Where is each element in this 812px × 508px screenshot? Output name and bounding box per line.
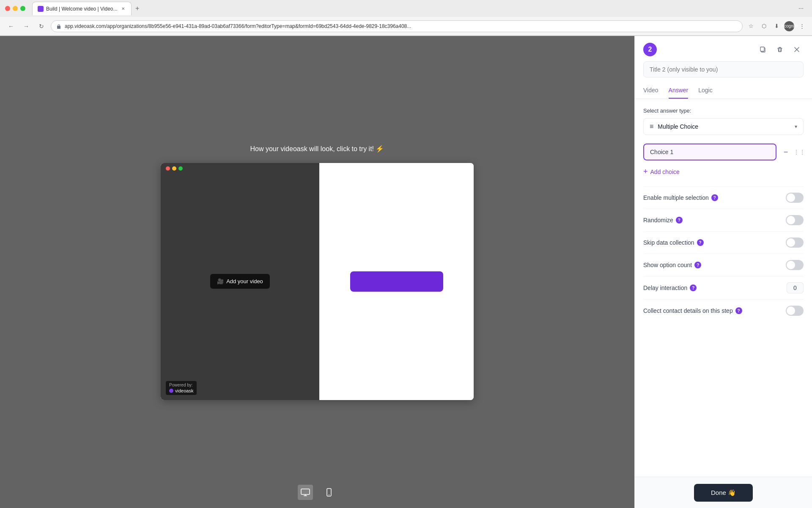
nav-right-buttons: ☆ ⬡ ⬇ Incognito ⋮ bbox=[746, 21, 807, 31]
add-choice-button[interactable]: + Add choice bbox=[643, 166, 680, 178]
toggle-collect-contact: Collect contact details on this step ? bbox=[643, 299, 804, 322]
forward-button[interactable]: → bbox=[20, 20, 32, 32]
mac-dot-green bbox=[178, 166, 183, 171]
multiple-choice-icon: ≡ bbox=[650, 123, 653, 130]
video-left-panel: 🎥 Add your video Powered by: videoask bbox=[161, 163, 319, 400]
add-video-button[interactable]: 🎥 Add your video bbox=[210, 274, 270, 289]
choice-preview-button[interactable] bbox=[350, 271, 443, 292]
panel-tabs: Video Answer Logic bbox=[635, 83, 812, 99]
toggle-randomize: Randomize ? bbox=[643, 209, 804, 231]
device-bar bbox=[298, 485, 337, 500]
randomize-toggle[interactable] bbox=[786, 215, 804, 225]
delay-interaction-help-icon[interactable]: ? bbox=[690, 284, 697, 291]
window-controls: ⋯ bbox=[798, 6, 804, 11]
powered-by-label: Powered by: bbox=[169, 383, 193, 387]
remove-choice-button[interactable]: − bbox=[780, 146, 792, 158]
delete-button[interactable] bbox=[773, 43, 787, 56]
tab-answer[interactable]: Answer bbox=[669, 83, 689, 99]
video-right-panel bbox=[319, 163, 474, 400]
titlebar: Build | Welcome video | Video... ✕ + ⋯ bbox=[0, 0, 812, 17]
mac-dot-yellow bbox=[172, 166, 176, 171]
svg-rect-0 bbox=[57, 26, 60, 29]
skip-data-help-icon[interactable]: ? bbox=[697, 239, 704, 246]
tab-favicon bbox=[38, 6, 44, 12]
settings-panel: 2 Video Answer Logic Select answer type: bbox=[634, 36, 812, 508]
toggle-multiple-selection: Enable multiple selection ? bbox=[643, 186, 804, 209]
active-tab[interactable]: Build | Welcome video | Video... ✕ bbox=[32, 2, 132, 15]
url-text: app.videoask.com/app/organizations/8b955… bbox=[65, 23, 737, 29]
panel-actions bbox=[756, 43, 804, 56]
close-traffic-light[interactable] bbox=[5, 6, 10, 11]
skip-data-label: Skip data collection bbox=[643, 239, 694, 246]
choice-1-field: − ⋮⋮ bbox=[643, 144, 804, 160]
multiple-selection-help-icon[interactable]: ? bbox=[711, 194, 718, 201]
svg-rect-1 bbox=[301, 489, 310, 494]
randomize-label: Randomize bbox=[643, 217, 673, 224]
add-choice-label: Add choice bbox=[650, 168, 680, 175]
mac-dot-red bbox=[166, 166, 170, 171]
drag-handle-icon[interactable]: ⋮⋮ bbox=[795, 148, 804, 156]
download-icon[interactable]: ⬇ bbox=[771, 21, 782, 31]
traffic-lights bbox=[5, 6, 25, 11]
collect-contact-help-icon[interactable]: ? bbox=[735, 307, 742, 314]
show-option-count-toggle[interactable] bbox=[786, 260, 804, 270]
mac-dots bbox=[166, 166, 183, 171]
tab-video[interactable]: Video bbox=[643, 83, 658, 99]
close-panel-button[interactable] bbox=[790, 43, 804, 56]
brand-name: videoask bbox=[175, 388, 193, 393]
menu-icon[interactable]: ⋮ bbox=[797, 21, 807, 31]
camera-icon: 🎥 bbox=[217, 278, 224, 284]
toggle-skip-data: Skip data collection ? bbox=[643, 231, 804, 254]
minimize-traffic-light[interactable] bbox=[13, 6, 18, 11]
collect-contact-toggle[interactable] bbox=[786, 306, 804, 316]
randomize-help-icon[interactable]: ? bbox=[676, 217, 683, 224]
show-option-count-help-icon[interactable]: ? bbox=[694, 262, 701, 268]
mobile-device-button[interactable] bbox=[321, 485, 337, 500]
multiple-selection-toggle[interactable] bbox=[786, 193, 804, 203]
desktop-device-button[interactable] bbox=[298, 485, 313, 500]
choice-1-input[interactable] bbox=[643, 144, 776, 160]
svg-point-3 bbox=[329, 494, 329, 495]
nav-bar: ← → ↻ app.videoask.com/app/organizations… bbox=[0, 17, 812, 36]
chevron-down-icon: ▾ bbox=[795, 124, 797, 130]
answer-type-name: Multiple Choice bbox=[658, 123, 790, 130]
collect-contact-label: Collect contact details on this step bbox=[643, 307, 733, 314]
copy-button[interactable] bbox=[756, 43, 770, 56]
panel-footer: Done 👋 bbox=[635, 477, 812, 508]
panel-content: Select answer type: ≡ Multiple Choice ▾ … bbox=[635, 99, 812, 477]
svg-rect-5 bbox=[760, 47, 764, 51]
done-button[interactable]: Done 👋 bbox=[694, 484, 753, 502]
show-option-count-label: Show option count bbox=[643, 262, 692, 268]
back-button[interactable]: ← bbox=[5, 20, 17, 32]
title-input[interactable] bbox=[643, 61, 804, 77]
tab-logic[interactable]: Logic bbox=[698, 83, 712, 99]
tab-title: Build | Welcome video | Video... bbox=[46, 6, 118, 12]
delay-interaction-label: Delay interaction bbox=[643, 284, 687, 291]
add-video-label: Add your video bbox=[226, 278, 263, 284]
toggle-show-option-count: Show option count ? bbox=[643, 254, 804, 276]
maximize-traffic-light[interactable] bbox=[20, 6, 25, 11]
brand-logo: videoask bbox=[169, 388, 193, 393]
skip-data-toggle[interactable] bbox=[786, 237, 804, 248]
extensions-icon[interactable]: ⬡ bbox=[759, 21, 769, 31]
bookmark-icon[interactable]: ☆ bbox=[746, 21, 756, 31]
tab-bar: Build | Welcome video | Video... ✕ + bbox=[32, 2, 143, 15]
add-icon: + bbox=[643, 167, 648, 176]
brand-dot bbox=[169, 389, 173, 393]
preview-hint: How your videoask will look, click to tr… bbox=[250, 145, 384, 153]
video-container[interactable]: 🎥 Add your video Powered by: videoask bbox=[161, 163, 474, 400]
toggle-delay-interaction: Delay interaction ? 0 bbox=[643, 276, 804, 299]
multiple-selection-label: Enable multiple selection bbox=[643, 194, 709, 201]
panel-header: 2 bbox=[635, 36, 812, 56]
tab-close-button[interactable]: ✕ bbox=[120, 6, 126, 12]
lock-icon bbox=[56, 24, 61, 29]
new-tab-button[interactable]: + bbox=[132, 3, 143, 14]
profile-button[interactable]: Incognito bbox=[784, 21, 794, 31]
address-bar[interactable]: app.videoask.com/app/organizations/8b955… bbox=[51, 20, 743, 32]
answer-type-label: Select answer type: bbox=[643, 108, 804, 114]
delay-value[interactable]: 0 bbox=[787, 282, 804, 293]
answer-type-selector[interactable]: ≡ Multiple Choice ▾ bbox=[643, 118, 804, 135]
refresh-button[interactable]: ↻ bbox=[36, 20, 47, 32]
preview-area: How your videoask will look, click to tr… bbox=[0, 36, 634, 508]
step-badge: 2 bbox=[643, 43, 657, 56]
